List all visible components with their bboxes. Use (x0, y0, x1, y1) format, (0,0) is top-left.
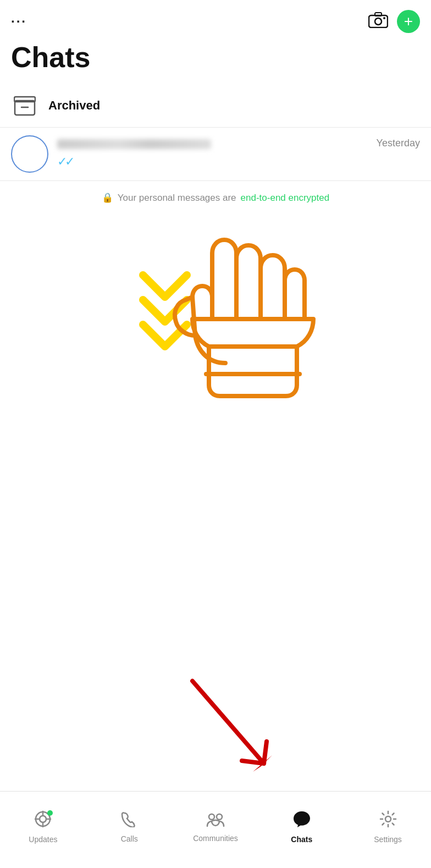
settings-label: Settings (374, 835, 402, 844)
avatar (11, 135, 48, 173)
calls-label: Calls (121, 834, 138, 843)
nav-item-settings[interactable]: Settings (345, 810, 431, 844)
header-actions: + (368, 10, 420, 33)
svg-point-11 (40, 816, 46, 822)
encryption-text: Your personal messages are (118, 193, 236, 204)
svg-rect-2 (375, 13, 382, 16)
svg-point-1 (375, 18, 382, 25)
page-title: Chats (0, 37, 431, 84)
svg-marker-9 (253, 755, 272, 772)
chat-row[interactable]: ✓✓ Yesterday (0, 128, 431, 181)
nav-item-chats[interactable]: Chats (258, 810, 345, 844)
nav-item-communities[interactable]: Communities (173, 811, 259, 843)
menu-dots[interactable]: ··· (11, 14, 27, 29)
updates-icon (34, 810, 52, 832)
svg-point-16 (209, 814, 214, 820)
settings-icon (379, 810, 397, 832)
calls-icon (121, 811, 137, 831)
encryption-notice: 🔒 Your personal messages are end-to-end … (0, 181, 431, 215)
communities-label: Communities (193, 834, 238, 843)
chat-time: Yesterday (377, 135, 420, 149)
chat-info: ✓✓ (57, 139, 368, 169)
chats-icon (292, 810, 311, 832)
svg-point-3 (383, 17, 385, 19)
svg-point-17 (217, 814, 222, 820)
header: ··· + (0, 0, 431, 37)
red-arrow-indicator (176, 670, 286, 780)
communities-icon (206, 811, 225, 831)
updates-notification-dot (47, 810, 53, 816)
double-check-icon: ✓✓ (57, 155, 73, 168)
camera-icon[interactable] (368, 12, 388, 32)
svg-point-18 (385, 816, 391, 822)
svg-line-8 (192, 681, 264, 763)
bottom-nav: Updates Calls Communities (0, 791, 431, 868)
new-chat-button[interactable]: + (397, 10, 420, 33)
archived-label: Archived (48, 98, 100, 113)
archive-icon (11, 92, 38, 119)
hand-gesture-illustration (110, 209, 341, 418)
chats-label: Chats (291, 835, 312, 844)
archived-row[interactable]: Archived (0, 84, 431, 128)
encryption-link[interactable]: end-to-end encrypted (241, 193, 330, 204)
chat-name-blurred (57, 139, 211, 149)
updates-label: Updates (29, 835, 57, 844)
nav-item-calls[interactable]: Calls (86, 811, 173, 843)
nav-item-updates[interactable]: Updates (0, 810, 86, 844)
lock-icon: 🔒 (102, 192, 113, 204)
